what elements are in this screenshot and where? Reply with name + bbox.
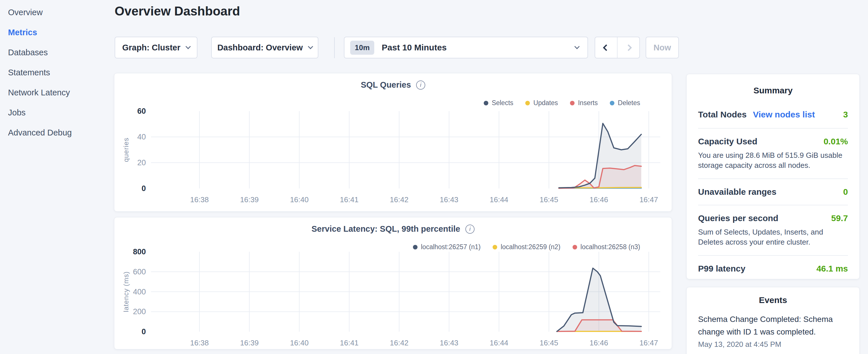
chart-plot-area[interactable]: 16:3816:3916:4016:4116:4216:4316:4416:45… xyxy=(114,217,672,350)
chevron-left-icon xyxy=(602,44,610,51)
svg-text:16:44: 16:44 xyxy=(490,339,508,347)
events-panel: Events Schema Change Completed: Schema c… xyxy=(686,287,860,354)
time-window-stepper xyxy=(595,37,640,58)
legend-dot-icon xyxy=(572,245,577,250)
summary-row-total-nodes: Total Nodes View nodes list 3 xyxy=(698,95,848,128)
time-window-dropdown[interactable]: 10m Past 10 Minutes xyxy=(344,37,588,58)
event-timestamp: May 13, 2020 at 4:45 PM xyxy=(698,340,848,349)
info-icon[interactable]: i xyxy=(465,225,474,234)
legend-dot-icon xyxy=(484,101,488,105)
time-window-prev-button[interactable] xyxy=(595,37,617,58)
sidebar-item-network-latency[interactable]: Network Latency xyxy=(0,83,112,102)
svg-text:latency (ms): latency (ms) xyxy=(122,271,130,312)
svg-text:800: 800 xyxy=(133,248,146,256)
summary-row-label: Total Nodes xyxy=(698,110,746,120)
summary-row-queries-per-second: Queries per second 59.7 Sum of Selects, … xyxy=(698,205,848,255)
svg-text:16:46: 16:46 xyxy=(589,195,608,204)
legend-dot-icon xyxy=(525,101,530,105)
svg-text:16:38: 16:38 xyxy=(190,195,209,204)
summary-row-label: Queries per second xyxy=(698,213,778,223)
summary-row-value: 3 xyxy=(843,110,848,120)
svg-text:16:40: 16:40 xyxy=(290,339,309,347)
svg-text:20: 20 xyxy=(137,158,146,167)
overview-dashboard-page: { "header": { "title": "Overview Dashboa… xyxy=(0,0,868,354)
legend-item: Updates xyxy=(525,99,558,107)
svg-text:16:47: 16:47 xyxy=(639,195,658,204)
svg-text:600: 600 xyxy=(133,267,146,276)
svg-text:16:38: 16:38 xyxy=(190,339,209,347)
time-window-next-button[interactable] xyxy=(617,37,639,58)
legend-item: localhost:26257 (n1) xyxy=(413,243,480,251)
svg-text:16:47: 16:47 xyxy=(639,339,658,347)
summary-body: Total Nodes View nodes list 3 Capacity U… xyxy=(687,95,859,282)
info-icon[interactable]: i xyxy=(416,81,425,90)
summary-row-capacity-used: Capacity Used 0.01% You are using 28.6 M… xyxy=(698,128,848,179)
graph-scope-dropdown[interactable]: Graph: Cluster xyxy=(115,37,197,58)
svg-text:16:41: 16:41 xyxy=(340,339,359,347)
legend-item: Deletes xyxy=(610,99,640,107)
svg-text:16:39: 16:39 xyxy=(240,339,259,347)
svg-text:queries: queries xyxy=(122,137,130,162)
svg-text:16:42: 16:42 xyxy=(390,195,408,204)
svg-text:16:43: 16:43 xyxy=(440,195,459,204)
summary-row-label: P99 latency xyxy=(698,264,745,273)
svg-text:16:45: 16:45 xyxy=(539,195,558,204)
chevron-right-icon xyxy=(625,44,632,51)
summary-row-unavailable-ranges: Unavailable ranges 0 xyxy=(698,179,848,205)
chart-title: Service Latency: SQL, 99th percentile xyxy=(311,224,460,234)
chart-header: Service Latency: SQL, 99th percentile i xyxy=(114,224,672,234)
summary-row-label: Capacity Used xyxy=(698,137,757,147)
chart-plot-area[interactable]: 16:3816:3916:4016:4116:4216:4316:4416:45… xyxy=(114,73,672,212)
svg-text:16:40: 16:40 xyxy=(290,195,309,204)
svg-text:16:41: 16:41 xyxy=(340,195,359,204)
sidebar-item-statements[interactable]: Statements xyxy=(0,62,112,83)
controls-divider xyxy=(334,37,335,58)
view-nodes-list-link[interactable]: View nodes list xyxy=(753,110,815,120)
svg-text:16:45: 16:45 xyxy=(539,339,558,347)
sidebar-item-advanced-debug[interactable]: Advanced Debug xyxy=(0,123,112,142)
chart-title: SQL Queries xyxy=(361,80,411,90)
sidebar-item-jobs[interactable]: Jobs xyxy=(0,102,112,123)
time-window-label: Past 10 Minutes xyxy=(382,43,447,53)
sidebar-item-databases[interactable]: Databases xyxy=(0,42,112,62)
sidebar-item-overview[interactable]: Overview xyxy=(0,2,112,22)
sidebar-item-metrics[interactable]: Metrics xyxy=(0,22,112,42)
events-title: Events xyxy=(687,287,859,305)
graph-scope-dropdown-label: Graph: Cluster xyxy=(122,43,180,53)
legend-item: Inserts xyxy=(570,99,598,107)
page-title: Overview Dashboard xyxy=(115,4,240,18)
svg-text:16:44: 16:44 xyxy=(490,195,508,204)
chart-legend: localhost:26257 (n1)localhost:26259 (n2)… xyxy=(413,243,640,251)
event-message: Schema Change Completed: Schema change w… xyxy=(698,313,848,338)
dashboard-dropdown[interactable]: Dashboard: Overview xyxy=(211,37,318,58)
summary-panel: Summary Total Nodes View nodes list 3 Ca… xyxy=(686,74,860,279)
summary-row-value: 0.01% xyxy=(824,137,848,147)
svg-text:40: 40 xyxy=(137,133,146,141)
time-window-badge: 10m xyxy=(350,41,374,55)
now-button[interactable]: Now xyxy=(646,37,679,58)
legend-item: localhost:26258 (n3) xyxy=(572,243,640,251)
svg-text:400: 400 xyxy=(133,288,146,296)
summary-row-value: 0 xyxy=(843,187,848,197)
summary-row-label: Unavailable ranges xyxy=(698,187,776,197)
svg-text:200: 200 xyxy=(133,307,146,316)
sql-queries-chart-card: SQL Queries i SelectsUpdatesInsertsDelet… xyxy=(114,73,672,212)
legend-item: Selects xyxy=(484,99,513,107)
svg-text:16:39: 16:39 xyxy=(240,195,259,204)
chart-legend: SelectsUpdatesInsertsDeletes xyxy=(484,99,640,107)
summary-row-description: You are using 28.6 MiB of 515.9 GiB usab… xyxy=(698,150,848,170)
svg-text:16:46: 16:46 xyxy=(589,339,608,347)
svg-text:16:43: 16:43 xyxy=(440,339,459,347)
summary-row-value: 59.7 xyxy=(831,213,848,223)
summary-row-p99-latency: P99 latency 46.1 ms xyxy=(698,255,848,282)
svg-text:16:42: 16:42 xyxy=(390,339,408,347)
summary-row-description: Sum of Selects, Updates, Inserts, and De… xyxy=(698,227,848,247)
legend-dot-icon xyxy=(413,245,417,250)
chevron-down-icon xyxy=(308,44,313,49)
chevron-down-icon xyxy=(574,44,580,49)
sidebar-nav: OverviewMetricsDatabasesStatementsNetwor… xyxy=(0,0,112,354)
svg-text:0: 0 xyxy=(142,184,146,193)
legend-dot-icon xyxy=(570,101,575,105)
chart-header: SQL Queries i xyxy=(114,80,672,90)
dashboard-dropdown-label: Dashboard: Overview xyxy=(217,43,303,53)
